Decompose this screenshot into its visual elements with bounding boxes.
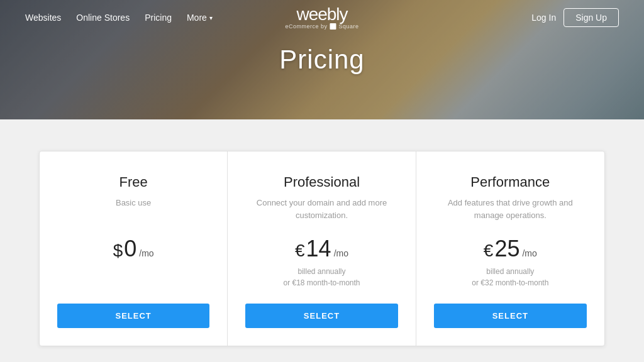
price-period-performance: /mo (522, 248, 536, 258)
nav-online-stores[interactable]: Online Stores (76, 13, 130, 23)
nav-pricing[interactable]: Pricing (145, 13, 172, 23)
price-period-free: /mo (139, 248, 153, 258)
plan-name-free: Free (119, 174, 148, 190)
plan-card-free: Free Basic use $ 0 /mo SELECT (40, 151, 228, 346)
nav-actions: Log In Sign Up (531, 8, 619, 27)
plan-billing-professional: billed annually or €18 month-to-month (283, 266, 360, 288)
plan-desc-free: Basic use (116, 197, 151, 223)
plan-name-professional: Professional (284, 174, 360, 190)
nav-links: Websites Online Stores Pricing More ▾ (25, 13, 213, 23)
price-currency-free: $ (113, 241, 123, 261)
logo-text: weebly (285, 6, 358, 23)
price-amount-performance: 25 (494, 236, 519, 262)
plan-price-free: $ 0 /mo (113, 236, 154, 262)
price-amount-professional: 14 (306, 236, 331, 262)
plan-card-performance: Performance Add features that drive grow… (416, 151, 604, 346)
price-currency-performance: € (484, 241, 494, 261)
signup-button[interactable]: Sign Up (564, 8, 619, 27)
price-amount-free: 0 (124, 236, 136, 262)
plan-desc-performance: Add features that drive growth and manag… (434, 197, 587, 223)
select-button-performance[interactable]: SELECT (434, 304, 587, 328)
nav-websites[interactable]: Websites (25, 13, 61, 23)
login-button[interactable]: Log In (531, 13, 556, 23)
plan-billing-performance: billed annually or €32 month-to-month (472, 266, 548, 288)
price-period-professional: /mo (334, 248, 348, 258)
pricing-section: Free Basic use $ 0 /mo SELECT Profession… (0, 119, 644, 362)
select-button-free[interactable]: SELECT (57, 304, 209, 328)
select-button-professional[interactable]: SELECT (245, 304, 397, 328)
price-currency-professional: € (295, 241, 305, 261)
logo: weebly eCommerce by Square (285, 6, 358, 30)
pricing-grid: Free Basic use $ 0 /mo SELECT Profession… (39, 151, 605, 346)
plan-price-professional: € 14 /mo (295, 236, 348, 262)
nav-more[interactable]: More ▾ (187, 13, 213, 23)
logo-subtitle: eCommerce by Square (285, 23, 358, 30)
plan-desc-professional: Connect your domain and add more customi… (245, 197, 397, 223)
chevron-down-icon: ▾ (209, 14, 213, 21)
plan-card-professional: Professional Connect your domain and add… (228, 151, 416, 346)
hero-title: Pricing (279, 45, 364, 75)
square-icon (330, 23, 336, 30)
navbar: Websites Online Stores Pricing More ▾ we… (0, 0, 644, 35)
plan-price-performance: € 25 /mo (484, 236, 537, 262)
plan-name-performance: Performance (470, 174, 550, 190)
